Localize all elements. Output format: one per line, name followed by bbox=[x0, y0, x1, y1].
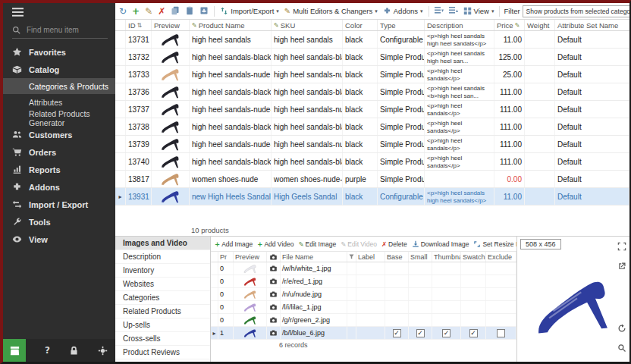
tab-cross-sells[interactable]: Cross-sells bbox=[115, 332, 210, 346]
row-expander-icon[interactable]: ▸ bbox=[118, 193, 121, 200]
column-filter[interactable] bbox=[347, 252, 356, 262]
add-image-button[interactable]: +Add Image bbox=[215, 240, 253, 248]
column-price[interactable]: Price✎ bbox=[494, 20, 525, 30]
app-window: Favorites Catalog Categories & Products … bbox=[0, 0, 631, 364]
image-row-selected[interactable]: ▸ 1 /b/l/blue_6.jpg ✓ ✓ ✓ ✓ bbox=[211, 327, 516, 340]
images-grid: 0 /w/h/white_1.jpg 0 /r/e/red_1.jpg bbox=[211, 262, 516, 340]
column-sku[interactable]: ✎SKU bbox=[272, 20, 343, 30]
sidebar-item-orders[interactable]: Orders bbox=[3, 143, 115, 161]
exclude-checkbox[interactable] bbox=[497, 329, 505, 337]
tab-related-products[interactable]: Related Products bbox=[115, 305, 210, 318]
column-swatch[interactable]: Swatch bbox=[461, 252, 486, 262]
sidebar-item-attributes[interactable]: Attributes bbox=[3, 94, 115, 110]
table-row[interactable]: 13733 high heel sandals-nude high heel s… bbox=[115, 66, 629, 83]
tab-inventory[interactable]: Inventory bbox=[115, 264, 210, 278]
duplicate-button[interactable] bbox=[198, 6, 210, 17]
table-row-selected[interactable]: ▸ 13931 new High Heels Sandals High Geel… bbox=[115, 188, 629, 206]
open-external-button[interactable] bbox=[617, 260, 626, 274]
column-priority[interactable]: Pr bbox=[218, 252, 234, 262]
paste-button[interactable] bbox=[184, 6, 196, 17]
help-button[interactable]: ? bbox=[45, 345, 50, 356]
table-row[interactable]: 13732 high heel sandals-black high heel … bbox=[115, 49, 629, 66]
sidebar-item-view[interactable]: View bbox=[3, 231, 115, 248]
edit-product-button[interactable]: ✎ bbox=[143, 7, 154, 16]
tab-images-and-video[interactable]: Images and Video bbox=[115, 237, 210, 250]
column-camera[interactable] bbox=[267, 252, 281, 262]
sidebar-item-tools[interactable]: Tools bbox=[3, 213, 115, 231]
table-row[interactable]: 13739 high heel sandals-nude-37 high hee… bbox=[115, 136, 629, 153]
camera-icon bbox=[269, 254, 278, 260]
swatch-checkbox[interactable]: ✓ bbox=[469, 329, 478, 337]
small-checkbox[interactable]: ✓ bbox=[416, 329, 425, 337]
column-base[interactable]: Base bbox=[385, 252, 409, 262]
column-product-name[interactable]: ✎Product Name bbox=[190, 20, 272, 30]
column-preview[interactable]: Preview bbox=[152, 20, 190, 30]
expand-all-button[interactable] bbox=[433, 6, 445, 17]
view-dropdown[interactable]: View ▾ bbox=[462, 6, 496, 16]
copy-button[interactable] bbox=[169, 6, 181, 17]
table-row[interactable]: 13817 women shoes-nude women shoes-nude-… bbox=[115, 171, 629, 188]
column-description[interactable]: Description bbox=[425, 20, 494, 30]
tab-categories[interactable]: Categories bbox=[115, 291, 210, 305]
add-product-button[interactable]: + bbox=[130, 7, 141, 16]
multi-editors-dropdown[interactable]: ✎ Multi Editors & Changers ▾ bbox=[283, 6, 379, 16]
table-row[interactable]: 13736 high heel sandals-black-36 high he… bbox=[115, 83, 629, 101]
sidebar-item-catalog[interactable]: Catalog bbox=[3, 61, 115, 78]
table-row[interactable]: 13731 high heel sandals high heel sandal… bbox=[115, 31, 629, 49]
column-preview[interactable]: Preview bbox=[234, 252, 267, 262]
sidebar-item-related-products-generator[interactable]: Related Products Generator bbox=[3, 110, 115, 126]
delete-product-button[interactable]: ✗ bbox=[156, 7, 167, 16]
zoom-button[interactable] bbox=[617, 342, 626, 356]
column-thumbnail[interactable]: Thumbna bbox=[432, 252, 461, 262]
set-resize-rule-dropdown[interactable]: Set Resize Rule▾ bbox=[473, 240, 516, 248]
edit-video-button[interactable]: ✎Edit Video bbox=[341, 240, 377, 248]
tab-product-reviews[interactable]: Product Reviews bbox=[115, 346, 210, 359]
tab-description[interactable]: Description bbox=[115, 250, 210, 264]
image-row[interactable]: 0 /n/u/nude.jpg bbox=[211, 288, 516, 301]
edit-image-button[interactable]: ✎Edit Image bbox=[298, 240, 336, 248]
table-row[interactable]: 13740 high heel sandals-black-38 high he… bbox=[115, 153, 629, 171]
addons-dropdown[interactable]: Addons ▾ bbox=[381, 6, 425, 16]
search-input[interactable] bbox=[25, 25, 101, 35]
table-row[interactable]: 13737 high heel sandals-nude-36 high hee… bbox=[115, 101, 629, 118]
column-type[interactable]: Type bbox=[378, 20, 425, 30]
sidebar-item-addons[interactable]: Addons bbox=[3, 178, 115, 196]
column-small[interactable]: Small bbox=[409, 252, 432, 262]
sidebar-search[interactable] bbox=[12, 23, 108, 39]
collapse-all-button[interactable] bbox=[447, 6, 460, 17]
image-row[interactable]: 0 /w/h/white_1.jpg bbox=[211, 262, 516, 275]
column-weight[interactable]: Weight bbox=[525, 20, 555, 30]
category-filter-select[interactable]: Show products from selected categories ▾ bbox=[523, 5, 629, 17]
refresh-button[interactable]: ↻ bbox=[118, 7, 128, 16]
table-row[interactable]: 13738 high heel sandals-black-37 high he… bbox=[115, 118, 629, 136]
sidebar-item-categories-products[interactable]: Categories & Products bbox=[3, 78, 115, 94]
image-row[interactable]: 0 /r/e/red_1.jpg bbox=[211, 275, 516, 288]
column-label[interactable]: Label bbox=[356, 252, 385, 262]
sidebar-item-favorites[interactable]: Favorites bbox=[3, 43, 115, 61]
sidebar-item-reports[interactable]: Reports bbox=[3, 161, 115, 178]
lock-button[interactable] bbox=[69, 346, 79, 356]
column-id[interactable]: ID⇅ bbox=[126, 20, 152, 30]
download-image-button[interactable]: Download Image bbox=[412, 240, 469, 248]
column-attribute-set[interactable]: Attribute Set Name bbox=[555, 20, 629, 30]
base-checkbox[interactable]: ✓ bbox=[393, 329, 401, 337]
refresh-image-button[interactable] bbox=[617, 322, 626, 336]
column-color[interactable]: Color bbox=[343, 20, 378, 30]
thumbnail-checkbox[interactable]: ✓ bbox=[442, 329, 450, 337]
sidebar-item-import-export[interactable]: Import / Export bbox=[3, 196, 115, 213]
settings-button[interactable] bbox=[98, 346, 108, 356]
import-export-dropdown[interactable]: Import/Export ▾ bbox=[218, 6, 281, 16]
image-size-field[interactable]: 508 x 456 bbox=[520, 239, 561, 249]
tab-up-sells[interactable]: Up-sells bbox=[115, 318, 210, 332]
add-video-button[interactable]: +Add Video bbox=[257, 240, 294, 248]
image-row[interactable]: 0 /l/i/lilac_1.jpg bbox=[211, 301, 516, 314]
hamburger-menu-button[interactable] bbox=[3, 3, 115, 21]
column-exclude[interactable]: Exclude bbox=[486, 252, 516, 262]
sidebar-item-customers[interactable]: Customers bbox=[3, 126, 115, 143]
tab-websites[interactable]: Websites bbox=[115, 278, 210, 291]
image-row[interactable]: 0 /g/r/green_2.jpg bbox=[211, 314, 516, 327]
delete-image-button[interactable]: ✗Delete bbox=[381, 240, 407, 248]
fullscreen-button[interactable] bbox=[617, 240, 626, 254]
store-button[interactable] bbox=[3, 339, 26, 362]
column-file-name[interactable]: File Name bbox=[281, 252, 347, 262]
